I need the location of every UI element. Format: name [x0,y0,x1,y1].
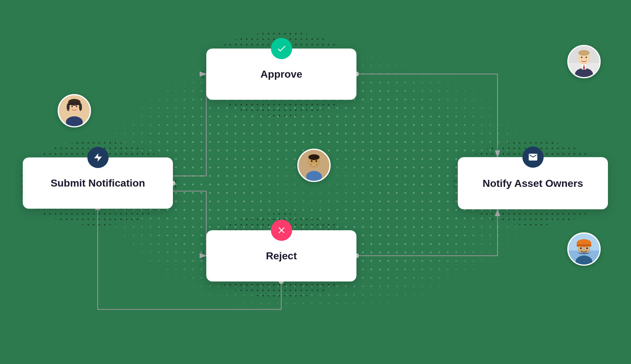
avatar-man-right [567,45,601,78]
approve-label: Approve [261,68,302,80]
reject-node[interactable]: Reject [206,230,356,281]
svg-point-34 [585,57,587,58]
reject-label: Reject [266,250,297,262]
svg-rect-15 [67,105,69,109]
approve-node[interactable]: Approve [206,49,356,100]
submit-notification-node[interactable]: Submit Notification [23,157,173,209]
svg-point-33 [581,57,582,58]
x-icon-badge [271,220,292,241]
avatar-man-center [297,149,331,182]
svg-point-23 [308,154,319,160]
svg-rect-16 [79,105,82,109]
svg-point-43 [580,247,582,249]
notify-asset-owners-label: Notify Asset Owners [483,177,583,189]
svg-rect-17 [68,109,69,111]
avatar-woman [58,94,91,127]
svg-point-21 [306,171,322,182]
submit-notification-label: Submit Notification [51,177,145,189]
svg-point-19 [76,106,77,107]
workflow-canvas: Submit Notification Approve Reject Notif… [0,0,631,364]
svg-point-25 [316,160,317,162]
svg-point-10 [66,116,83,127]
notify-asset-owners-node[interactable]: Notify Asset Owners [458,157,608,209]
svg-point-32 [578,50,589,56]
svg-point-18 [71,106,73,107]
bolt-icon-badge [87,147,109,168]
mail-icon-badge [522,147,544,168]
check-icon-badge [271,38,292,59]
svg-rect-40 [577,244,591,246]
svg-point-24 [311,160,313,162]
avatar-worker [567,232,601,266]
svg-point-44 [586,247,588,249]
